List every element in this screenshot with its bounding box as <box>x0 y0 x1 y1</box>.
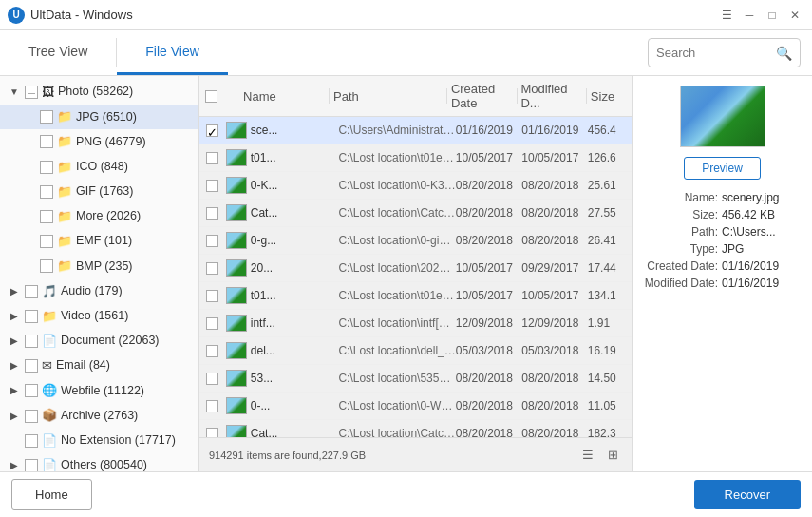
header-path[interactable]: Path <box>333 89 443 104</box>
row-check-12[interactable] <box>199 428 226 438</box>
checkbox-audio[interactable] <box>25 285 38 298</box>
toggle-audio[interactable]: ▶ <box>8 285 21 298</box>
search-input[interactable] <box>656 46 770 60</box>
tab-file-view[interactable]: File View <box>117 30 228 75</box>
checkbox-gif[interactable] <box>40 185 53 199</box>
sidebar-item-archive[interactable]: ▶ 📦 Archive (2763) <box>0 403 198 428</box>
row-check-9[interactable] <box>199 345 226 357</box>
checkbox-others[interactable] <box>25 459 38 471</box>
row-checkbox-1[interactable]: ✓ <box>206 124 218 137</box>
header-name[interactable]: Name <box>243 89 325 104</box>
checkbox-jpg[interactable] <box>40 110 53 124</box>
row-checkbox-5[interactable] <box>206 235 218 247</box>
select-all-checkbox[interactable] <box>205 90 217 103</box>
table-row[interactable]: Cat... C:\Lost location\CatchFB24... 08/… <box>199 420 632 437</box>
header-created[interactable]: Created Date <box>451 82 513 110</box>
row-check-1[interactable]: ✓ <box>199 124 226 137</box>
checkbox-video[interactable] <box>25 310 38 323</box>
sidebar-item-jpg[interactable]: 📁 JPG (6510) <box>0 105 198 129</box>
row-check-7[interactable] <box>199 290 226 302</box>
row-checkbox-10[interactable] <box>206 373 218 385</box>
toggle-archive[interactable]: ▶ <box>8 410 21 423</box>
row-check-2[interactable] <box>199 152 226 164</box>
sidebar-item-emf[interactable]: 📁 EMF (101) <box>0 229 198 254</box>
toggle-others[interactable]: ▶ <box>8 459 21 471</box>
toggle-photo[interactable]: ▼ <box>8 86 21 99</box>
header-size[interactable]: Size <box>591 89 632 104</box>
row-check-8[interactable] <box>199 317 226 330</box>
checkbox-bmp[interactable] <box>40 259 53 273</box>
row-check-5[interactable] <box>199 235 226 247</box>
sidebar-item-others[interactable]: ▶ 📄 Others (800540) <box>0 453 198 471</box>
sidebar-item-ico[interactable]: 📁 ICO (848) <box>0 155 198 180</box>
tab-tree-view[interactable]: Tree View <box>0 30 116 75</box>
table-row[interactable]: t01... C:\Lost location\t01ed4cf0... 10/… <box>199 282 632 310</box>
table-row[interactable]: intf... C:\Lost location\intf[1].jpg 12/… <box>199 310 632 337</box>
table-row[interactable]: ✓ sce... C:\Users\Administrator\De... 01… <box>199 117 632 144</box>
sidebar-item-video[interactable]: ▶ 📁 Video (1561) <box>0 304 198 329</box>
checkbox-document[interactable] <box>25 335 38 348</box>
table-row[interactable]: 0-g... C:\Lost location\0-gidq5s[1... 08… <box>199 227 632 255</box>
row-checkbox-11[interactable] <box>206 400 218 412</box>
sidebar-item-document[interactable]: ▶ 📄 Document (22063) <box>0 329 198 354</box>
checkbox-more[interactable] <box>40 210 53 223</box>
toggle-email[interactable]: ▶ <box>8 359 21 373</box>
sidebar-item-bmp[interactable]: 📁 BMP (235) <box>0 254 198 278</box>
row-checkbox-2[interactable] <box>206 152 218 164</box>
table-row[interactable]: 20... C:\Lost location\202376301... 10/0… <box>199 255 632 282</box>
row-checkbox-9[interactable] <box>206 345 218 357</box>
row-checkbox-7[interactable] <box>206 290 218 302</box>
row-checkbox-12[interactable] <box>206 428 218 438</box>
row-check-11[interactable] <box>199 400 226 412</box>
sidebar-item-photo[interactable]: ▼ 🖼 Photo (58262) <box>0 80 198 105</box>
toggle-video[interactable]: ▶ <box>8 310 21 323</box>
sidebar-item-webfile[interactable]: ▶ 🌐 Webfile (11122) <box>0 378 198 403</box>
minimize-button[interactable]: ─ <box>740 6 759 25</box>
maximize-button[interactable]: □ <box>763 6 782 25</box>
checkbox-photo[interactable] <box>25 86 38 99</box>
checkbox-archive[interactable] <box>25 410 38 423</box>
menu-button[interactable]: ☰ <box>717 6 736 25</box>
table-row[interactable]: Cat... C:\Lost location\Catch(08-... 08/… <box>199 200 632 227</box>
table-row[interactable]: 0-K... C:\Lost location\0-K38SgB[... 08/… <box>199 172 632 200</box>
table-row[interactable]: del... C:\Lost location\dell_passw... 05… <box>199 337 632 365</box>
table-row[interactable]: 53... C:\Lost location\53573[1].jpg 08/2… <box>199 365 632 393</box>
checkbox-png[interactable] <box>40 135 53 148</box>
preview-button[interactable]: Preview <box>684 157 761 180</box>
checkbox-emf[interactable] <box>40 235 53 248</box>
row-checkbox-6[interactable] <box>206 262 218 275</box>
checkbox-email[interactable] <box>25 359 38 373</box>
recover-button[interactable]: Recover <box>694 480 801 509</box>
sidebar-item-png[interactable]: 📁 PNG (46779) <box>0 129 198 154</box>
tab-bar: Tree View File View 🔍 <box>0 30 812 76</box>
search-box[interactable]: 🔍 <box>648 38 801 67</box>
close-button[interactable]: ✕ <box>785 6 804 25</box>
checkbox-noext[interactable] <box>25 434 38 448</box>
grid-view-icon[interactable]: ⊞ <box>603 446 622 465</box>
row-check-10[interactable] <box>199 373 226 385</box>
sidebar-item-more[interactable]: 📁 More (2026) <box>0 204 198 229</box>
row-checkbox-3[interactable] <box>206 180 218 192</box>
row-check-3[interactable] <box>199 180 226 192</box>
table-row[interactable]: 0-... C:\Lost location\0-WH5GiV... 08/20… <box>199 393 632 420</box>
row-checkbox-8[interactable] <box>206 317 218 330</box>
row-check-4[interactable] <box>199 207 226 220</box>
noext-icon: 📄 <box>42 432 57 450</box>
home-button[interactable]: Home <box>11 479 92 510</box>
row-modified-10: 08/20/2018 <box>521 372 587 385</box>
list-view-icon[interactable]: ☰ <box>578 446 597 465</box>
row-check-6[interactable] <box>199 262 226 275</box>
checkbox-ico[interactable] <box>40 161 53 174</box>
sidebar-item-audio[interactable]: ▶ 🎵 Audio (179) <box>0 279 198 304</box>
row-checkbox-4[interactable] <box>206 207 218 220</box>
header-modified[interactable]: Modified D... <box>520 82 582 110</box>
table-row[interactable]: t01... C:\Lost location\t01eca376... 10/… <box>199 144 632 172</box>
toggle-webfile[interactable]: ▶ <box>8 384 21 397</box>
header-check-col[interactable] <box>199 90 224 103</box>
sidebar-item-gif[interactable]: 📁 GIF (1763) <box>0 180 198 204</box>
row-size-5: 26.41 <box>588 234 632 247</box>
toggle-document[interactable]: ▶ <box>8 335 21 348</box>
sidebar-item-email[interactable]: ▶ ✉ Email (84) <box>0 354 198 378</box>
sidebar-item-noext[interactable]: 📄 No Extension (17717) <box>0 429 198 453</box>
checkbox-webfile[interactable] <box>25 384 38 397</box>
